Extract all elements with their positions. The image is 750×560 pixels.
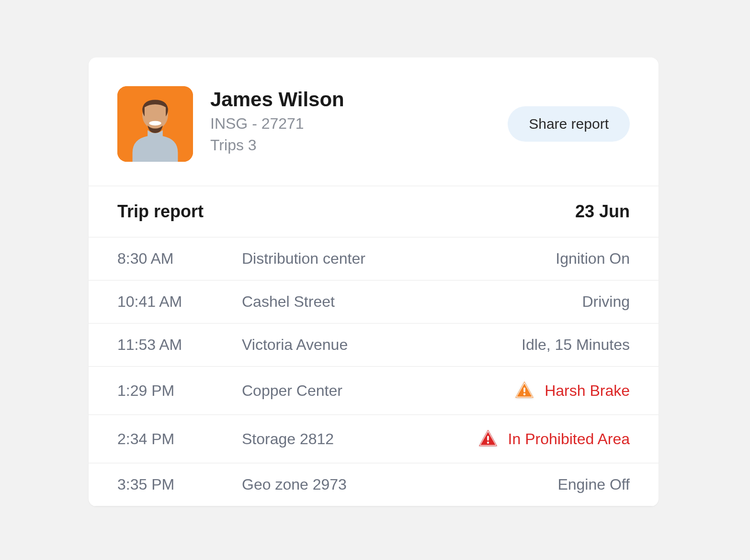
trip-time: 3:35 PM: [117, 476, 242, 493]
trip-status: Ignition On: [556, 250, 630, 268]
trip-status: Idle, 15 Minutes: [522, 336, 630, 354]
trip-status-text: Engine Off: [557, 476, 630, 493]
trip-location: Distribution center: [242, 250, 556, 268]
trip-status: Harsh Brake: [513, 379, 630, 402]
driver-text-block: James Wilson INSG - 27271 Trips 3: [210, 86, 344, 154]
svg-point-4: [523, 393, 525, 395]
svg-point-6: [487, 442, 489, 444]
trip-location: Copper Center: [242, 382, 513, 400]
trip-row: 8:30 AMDistribution centerIgnition On: [89, 237, 659, 280]
report-section-header: Trip report 23 Jun: [89, 186, 659, 237]
trip-status-text: Ignition On: [556, 250, 630, 268]
trip-location: Storage 2812: [242, 430, 477, 448]
driver-name: James Wilson: [210, 88, 344, 111]
trip-status: Driving: [582, 293, 630, 311]
trip-row: 2:34 PMStorage 2812 In Prohibited Area: [89, 415, 659, 463]
trip-time: 10:41 AM: [117, 293, 242, 311]
alert-danger-icon: [477, 427, 500, 450]
driver-avatar: [117, 86, 193, 162]
trip-row: 10:41 AMCashel StreetDriving: [89, 280, 659, 324]
driver-identity-block: James Wilson INSG - 27271 Trips 3: [117, 86, 344, 162]
alert-warning-icon: [513, 379, 536, 402]
report-title: Trip report: [117, 202, 204, 222]
trip-row: 1:29 PMCopper Center Harsh Brake: [89, 367, 659, 415]
trip-status: In Prohibited Area: [477, 427, 630, 450]
vehicle-id: INSG - 27271: [210, 115, 344, 133]
trip-status-text: Driving: [582, 293, 630, 311]
svg-rect-3: [523, 388, 525, 392]
card-header: James Wilson INSG - 27271 Trips 3 Share …: [89, 57, 659, 186]
trip-location: Geo zone 2973: [242, 476, 557, 493]
avatar-placeholder-icon: [117, 86, 193, 162]
trip-row: 11:53 AMVictoria AvenueIdle, 15 Minutes: [89, 324, 659, 367]
trip-status-text: In Prohibited Area: [508, 430, 630, 448]
svg-point-2: [149, 121, 161, 125]
trip-rows-container: 8:30 AMDistribution centerIgnition On10:…: [89, 237, 659, 506]
trip-status-text: Harsh Brake: [545, 382, 630, 400]
trip-time: 2:34 PM: [117, 430, 242, 448]
trip-time: 8:30 AM: [117, 250, 242, 268]
trip-status: Engine Off: [557, 476, 630, 493]
trip-report-card: James Wilson INSG - 27271 Trips 3 Share …: [89, 57, 659, 506]
trip-location: Victoria Avenue: [242, 336, 522, 354]
share-report-button[interactable]: Share report: [508, 106, 630, 142]
trip-status-text: Idle, 15 Minutes: [522, 336, 630, 354]
trip-location: Cashel Street: [242, 293, 582, 311]
report-date: 23 Jun: [575, 202, 630, 222]
trip-time: 11:53 AM: [117, 336, 242, 354]
trip-count: Trips 3: [210, 136, 344, 154]
svg-rect-5: [487, 436, 489, 441]
trip-time: 1:29 PM: [117, 382, 242, 400]
trip-row: 3:35 PMGeo zone 2973Engine Off: [89, 463, 659, 506]
